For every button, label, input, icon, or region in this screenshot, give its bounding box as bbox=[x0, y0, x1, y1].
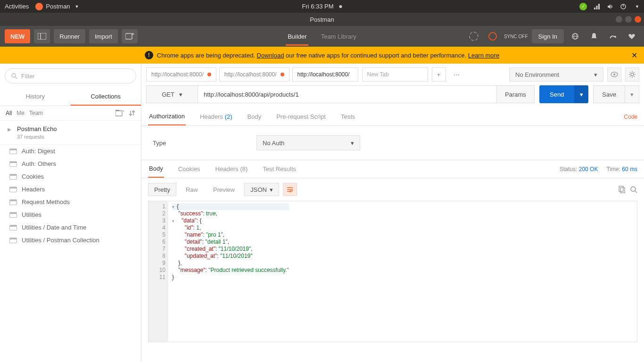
postman-toolbar: NEW Runner Import Builder Team Library S… bbox=[0, 26, 644, 47]
save-dropdown[interactable]: ▾ bbox=[625, 85, 639, 103]
builder-tab[interactable]: Builder bbox=[286, 27, 308, 46]
heart-icon[interactable] bbox=[624, 29, 639, 43]
folder-item[interactable]: Request Methods bbox=[0, 196, 141, 208]
send-button[interactable]: Send bbox=[539, 85, 574, 103]
http-method-select[interactable]: GET ▾ bbox=[146, 85, 198, 103]
new-tab[interactable]: New Tab bbox=[362, 67, 428, 82]
status-ok-icon[interactable]: ✓ bbox=[579, 3, 587, 10]
folder-icon bbox=[9, 161, 17, 167]
auth-type-label: Type bbox=[153, 140, 238, 147]
folder-item[interactable]: Cookies bbox=[0, 170, 141, 183]
req-body-tab[interactable]: Body bbox=[247, 108, 263, 125]
env-quicklook-button[interactable] bbox=[607, 67, 621, 82]
new-button[interactable]: NEW bbox=[5, 29, 30, 43]
maximize-button[interactable] bbox=[625, 16, 632, 23]
authorization-tab[interactable]: Authorization bbox=[148, 108, 186, 125]
volume-icon[interactable] bbox=[607, 3, 613, 10]
sign-in-button[interactable]: Sign In bbox=[532, 29, 564, 43]
resp-cookies-tab[interactable]: Cookies bbox=[177, 161, 201, 177]
notifications-icon[interactable] bbox=[586, 29, 602, 43]
env-settings-button[interactable] bbox=[625, 67, 639, 82]
tab-options-button[interactable]: ⋯ bbox=[450, 67, 464, 82]
window-title: Postman bbox=[310, 16, 334, 23]
folder-icon bbox=[9, 187, 17, 192]
svg-rect-17 bbox=[116, 110, 119, 111]
new-collection-icon[interactable]: + bbox=[116, 110, 124, 116]
new-window-button[interactable] bbox=[122, 29, 138, 43]
collection-item[interactable]: ▶ Postman Echo 37 requests bbox=[0, 121, 141, 145]
network-icon[interactable] bbox=[594, 3, 600, 10]
capture-icon[interactable] bbox=[466, 29, 481, 43]
code-link[interactable]: Code bbox=[624, 114, 637, 120]
filter-me[interactable]: Me bbox=[17, 110, 25, 116]
raw-button[interactable]: Raw bbox=[180, 183, 204, 196]
response-body[interactable]: 1234567891011 ▾{ "success": true,▾ "data… bbox=[148, 201, 637, 342]
filter-team[interactable]: Team bbox=[29, 110, 43, 116]
app-menu[interactable]: Postman ▼ bbox=[35, 3, 79, 10]
activities-button[interactable]: Activities bbox=[5, 3, 29, 10]
environment-select[interactable]: No Environment ▾ bbox=[509, 67, 603, 82]
svg-point-23 bbox=[631, 73, 634, 76]
history-tab[interactable]: History bbox=[0, 88, 71, 106]
folder-item[interactable]: Auth: Others bbox=[0, 157, 141, 170]
folder-item[interactable]: Utilities / Date and Time bbox=[0, 221, 141, 234]
sidebar: Filter History Collections All Me Team +… bbox=[0, 64, 141, 362]
import-button[interactable]: Import bbox=[89, 29, 118, 43]
svg-rect-0 bbox=[594, 8, 595, 9]
browse-icon[interactable] bbox=[568, 29, 583, 43]
wrap-lines-button[interactable] bbox=[283, 183, 297, 196]
svg-line-37 bbox=[635, 191, 637, 193]
power-icon[interactable] bbox=[620, 3, 627, 10]
chevron-down-icon: ▼ bbox=[75, 4, 79, 9]
svg-point-14 bbox=[12, 74, 16, 77]
collections-tab[interactable]: Collections bbox=[71, 88, 141, 106]
team-library-tab[interactable]: Team Library bbox=[319, 27, 358, 46]
save-button[interactable]: Save bbox=[593, 85, 625, 103]
tests-tab[interactable]: Tests bbox=[340, 108, 356, 125]
resp-body-tab[interactable]: Body bbox=[148, 160, 164, 178]
auth-type-select[interactable]: No Auth ▾ bbox=[256, 135, 360, 150]
chevron-down-icon: ▾ bbox=[179, 91, 182, 98]
copy-response-icon[interactable] bbox=[618, 186, 625, 193]
runner-button[interactable]: Runner bbox=[54, 29, 85, 43]
req-headers-tab[interactable]: Headers (2) bbox=[199, 108, 233, 125]
resp-headers-tab[interactable]: Headers (8) bbox=[215, 161, 249, 177]
learn-more-link[interactable]: Learn more bbox=[468, 52, 499, 59]
sort-icon[interactable] bbox=[129, 110, 135, 116]
url-input[interactable]: http://localhost:8000/api/products/1 bbox=[198, 85, 497, 103]
toggle-sidebar-button[interactable] bbox=[34, 29, 50, 43]
settings-icon[interactable] bbox=[605, 29, 620, 43]
sync-status: SYNC OFF bbox=[504, 34, 528, 39]
folder-item[interactable]: Headers bbox=[0, 183, 141, 196]
folder-icon bbox=[9, 225, 17, 230]
minimize-button[interactable] bbox=[616, 16, 622, 23]
test-results-tab[interactable]: Test Results bbox=[262, 161, 297, 177]
folder-item[interactable]: Utilities bbox=[0, 208, 141, 221]
svg-point-36 bbox=[631, 187, 636, 191]
folder-item[interactable]: Utilities / Postman Collection bbox=[0, 234, 141, 247]
params-button[interactable]: Params bbox=[497, 85, 535, 103]
format-select[interactable]: JSON ▾ bbox=[244, 183, 279, 196]
preview-button[interactable]: Preview bbox=[207, 183, 240, 196]
window-titlebar: Postman bbox=[0, 13, 644, 26]
add-tab-button[interactable]: + bbox=[432, 67, 446, 82]
pretty-button[interactable]: Pretty bbox=[148, 183, 176, 196]
search-response-icon[interactable] bbox=[630, 186, 637, 193]
banner-close-button[interactable]: ✕ bbox=[631, 51, 637, 60]
prerequest-tab[interactable]: Pre-request Script bbox=[275, 108, 327, 125]
folder-icon bbox=[9, 212, 17, 218]
svg-line-15 bbox=[15, 77, 17, 79]
folder-item[interactable]: Auth: Digest bbox=[0, 145, 141, 157]
filter-all[interactable]: All bbox=[6, 110, 12, 116]
status-value: 200 OK bbox=[579, 166, 598, 173]
sync-indicator[interactable] bbox=[485, 29, 500, 43]
request-tab[interactable]: http://localhost:8000/ bbox=[146, 67, 216, 82]
send-dropdown[interactable]: ▾ bbox=[574, 85, 588, 103]
close-button[interactable] bbox=[635, 16, 641, 23]
request-tab[interactable]: http://localhost:8000/ bbox=[292, 67, 358, 82]
download-link[interactable]: Download bbox=[257, 52, 284, 59]
clock[interactable]: Fri 6:33 PM bbox=[302, 3, 342, 10]
folder-icon bbox=[9, 148, 17, 154]
filter-input[interactable]: Filter bbox=[5, 68, 136, 83]
request-tab[interactable]: http://localhost:8000/ bbox=[219, 67, 289, 82]
